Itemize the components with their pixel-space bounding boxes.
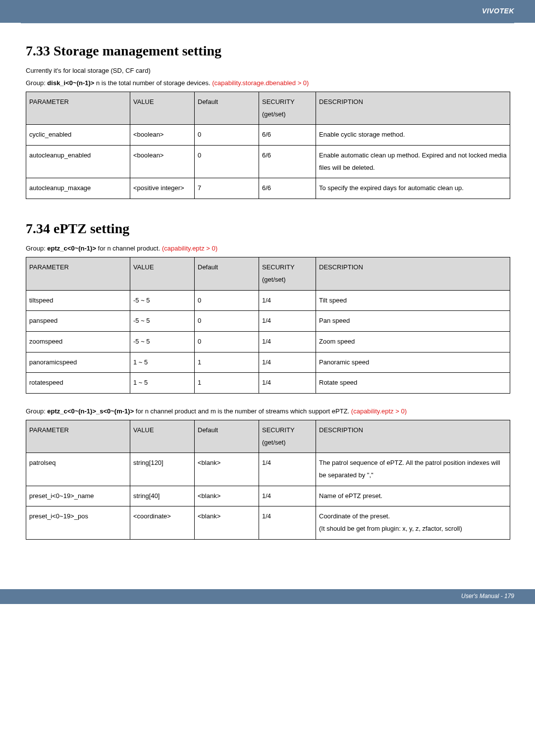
cell-desc: To specify the expired days for automati…: [316, 178, 510, 199]
th-security: SECURITY (get/set): [259, 92, 316, 125]
table-734a: PARAMETER VALUE Default SECURITY (get/se…: [26, 257, 510, 394]
section-733-group-line: Group: disk_i<0~(n-1)> n is the total nu…: [26, 79, 510, 87]
cell-default: 0: [195, 311, 259, 332]
section-734-heading: 7.34 ePTZ setting: [26, 221, 510, 237]
cell-param: patrolseq: [26, 453, 130, 486]
table-row: rotatespeed1 ~ 511/4Rotate speed: [26, 373, 510, 394]
cell-desc: Zoom speed: [316, 331, 510, 352]
table-733-body: cyclic_enabled<boolean>06/6Enable cyclic…: [26, 125, 510, 199]
th-value: VALUE: [130, 92, 195, 125]
table-header-row: PARAMETER VALUE Default SECURITY (get/se…: [26, 257, 510, 290]
cell-desc: The patrol sequence of ePTZ. All the pat…: [316, 453, 510, 486]
section-733-heading: 7.33 Storage management setting: [26, 43, 510, 59]
cell-security: 6/6: [259, 125, 316, 146]
th-desc: DESCRIPTION: [316, 420, 510, 453]
group-bold: disk_i<0~(n-1)>: [47, 79, 94, 87]
table-734b: PARAMETER VALUE Default SECURITY (get/se…: [26, 420, 510, 540]
cell-param: autocleanup_enabled: [26, 146, 130, 178]
cell-param: zoomspeed: [26, 331, 130, 352]
cell-desc: Name of ePTZ preset.: [316, 486, 510, 506]
section-734-group-line: Group: eptz_c<0~(n-1)> for n channel pro…: [26, 245, 510, 252]
cell-param: preset_i<0~19>_name: [26, 486, 130, 506]
cell-security: 1/4: [259, 290, 316, 311]
table-row: autocleanup_enabled<boolean>06/6Enable a…: [26, 146, 510, 178]
group-red: (capability.storage.dbenabled > 0): [212, 79, 309, 87]
cell-desc: Enable automatic clean up method. Expire…: [316, 146, 510, 178]
cell-default: <blank>: [195, 453, 259, 486]
table-row: tiltspeed-5 ~ 501/4Tilt speed: [26, 290, 510, 311]
th-security-line2: (get/set): [262, 276, 286, 283]
th-security: SECURITY (get/set): [259, 257, 316, 290]
th-security-line1: SECURITY: [262, 263, 295, 271]
table-row: zoomspeed-5 ~ 501/4Zoom speed: [26, 331, 510, 352]
cell-security: 1/4: [259, 373, 316, 394]
cell-default: 0: [195, 331, 259, 352]
cell-param: cyclic_enabled: [26, 125, 130, 146]
footer-banner: User's Manual - 179: [0, 589, 535, 604]
group-bold: eptz_c<0~(n-1)>_s<0~(m-1)>: [47, 407, 134, 415]
cell-param: panspeed: [26, 311, 130, 332]
table-734b-body: patrolseqstring[120]<blank>1/4The patrol…: [26, 453, 510, 539]
th-default: Default: [195, 257, 259, 290]
cell-value: <coordinate>: [130, 506, 195, 539]
th-security-line1: SECURITY: [262, 98, 295, 105]
cell-default: 7: [195, 178, 259, 199]
cell-value: -5 ~ 5: [130, 290, 195, 311]
cell-security: 1/4: [259, 331, 316, 352]
cell-value: string[120]: [130, 453, 195, 486]
page-content: 7.33 Storage management setting Currentl…: [0, 23, 535, 569]
section-733-intro: Currently it's for local storage (SD, CF…: [26, 67, 510, 74]
table-row: panoramicspeed1 ~ 511/4Panoramic speed: [26, 352, 510, 373]
th-security-line1: SECURITY: [262, 426, 295, 434]
cell-value: -5 ~ 5: [130, 311, 195, 332]
cell-param: autocleanup_maxage: [26, 178, 130, 199]
cell-param: preset_i<0~19>_pos: [26, 506, 130, 539]
table-header-row: PARAMETER VALUE Default SECURITY (get/se…: [26, 420, 510, 453]
th-default: Default: [195, 92, 259, 125]
group-rest: for n channel product and m is the numbe…: [134, 407, 351, 415]
top-banner: VIVOTEK: [0, 0, 535, 23]
cell-default: <blank>: [195, 506, 259, 539]
th-desc: DESCRIPTION: [316, 92, 510, 125]
table-row: patrolseqstring[120]<blank>1/4The patrol…: [26, 453, 510, 486]
th-desc: DESCRIPTION: [316, 257, 510, 290]
cell-value: <boolean>: [130, 146, 195, 178]
table-row: cyclic_enabled<boolean>06/6Enable cyclic…: [26, 125, 510, 146]
cell-security: 1/4: [259, 453, 316, 486]
brand-label: VIVOTEK: [482, 7, 514, 15]
cell-security: 1/4: [259, 352, 316, 373]
group-prefix: Group:: [26, 407, 47, 415]
cell-value: 1 ~ 5: [130, 352, 195, 373]
cell-security: 1/4: [259, 486, 316, 506]
th-security-line2: (get/set): [262, 110, 286, 118]
cell-value: <boolean>: [130, 125, 195, 146]
cell-value: 1 ~ 5: [130, 373, 195, 394]
cell-default: 1: [195, 373, 259, 394]
cell-security: 6/6: [259, 146, 316, 178]
cell-default: 0: [195, 290, 259, 311]
cell-default: 0: [195, 125, 259, 146]
group-prefix: Group:: [26, 79, 47, 87]
th-value: VALUE: [130, 257, 195, 290]
cell-value: <positive integer>: [130, 178, 195, 199]
section-734b-group-line: Group: eptz_c<0~(n-1)>_s<0~(m-1)> for n …: [26, 407, 510, 415]
cell-security: 6/6: [259, 178, 316, 199]
cell-param: panoramicspeed: [26, 352, 130, 373]
group-bold: eptz_c<0~(n-1)>: [47, 245, 96, 252]
th-param: PARAMETER: [26, 92, 130, 125]
cell-desc: Coordinate of the preset. (It should be …: [316, 506, 510, 539]
cell-desc: Enable cyclic storage method.: [316, 125, 510, 146]
th-param: PARAMETER: [26, 420, 130, 453]
cell-desc: Rotate speed: [316, 373, 510, 394]
group-rest: n is the total number of storage devices…: [94, 79, 212, 87]
th-value: VALUE: [130, 420, 195, 453]
cell-value: -5 ~ 5: [130, 331, 195, 352]
cell-security: 1/4: [259, 311, 316, 332]
cell-default: 1: [195, 352, 259, 373]
footer-page-text: User's Manual - 179: [461, 593, 514, 600]
group-rest: for n channel product.: [96, 245, 162, 252]
th-default: Default: [195, 420, 259, 453]
cell-param: rotatespeed: [26, 373, 130, 394]
cell-desc: Tilt speed: [316, 290, 510, 311]
cell-param: tiltspeed: [26, 290, 130, 311]
